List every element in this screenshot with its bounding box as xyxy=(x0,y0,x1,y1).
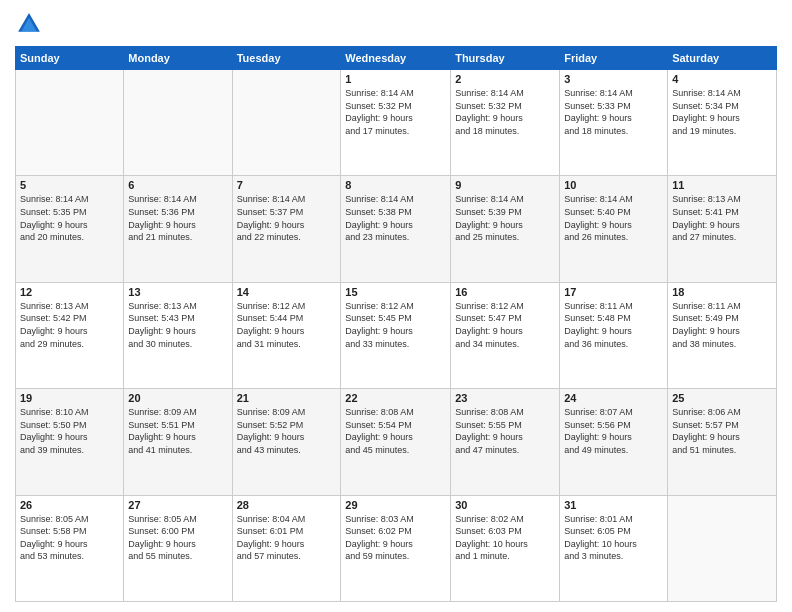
day-info: Sunrise: 8:14 AM Sunset: 5:39 PM Dayligh… xyxy=(455,193,555,243)
day-info: Sunrise: 8:14 AM Sunset: 5:34 PM Dayligh… xyxy=(672,87,772,137)
calendar-cell: 2Sunrise: 8:14 AM Sunset: 5:32 PM Daylig… xyxy=(451,70,560,176)
day-info: Sunrise: 8:05 AM Sunset: 6:00 PM Dayligh… xyxy=(128,513,227,563)
calendar-cell: 26Sunrise: 8:05 AM Sunset: 5:58 PM Dayli… xyxy=(16,495,124,601)
logo xyxy=(15,10,47,38)
day-number: 25 xyxy=(672,392,772,404)
week-row-2: 5Sunrise: 8:14 AM Sunset: 5:35 PM Daylig… xyxy=(16,176,777,282)
day-number: 17 xyxy=(564,286,663,298)
page: SundayMondayTuesdayWednesdayThursdayFrid… xyxy=(0,0,792,612)
day-info: Sunrise: 8:06 AM Sunset: 5:57 PM Dayligh… xyxy=(672,406,772,456)
week-row-5: 26Sunrise: 8:05 AM Sunset: 5:58 PM Dayli… xyxy=(16,495,777,601)
weekday-header-row: SundayMondayTuesdayWednesdayThursdayFrid… xyxy=(16,47,777,70)
day-number: 16 xyxy=(455,286,555,298)
day-number: 7 xyxy=(237,179,337,191)
weekday-header-saturday: Saturday xyxy=(668,47,777,70)
calendar-cell: 17Sunrise: 8:11 AM Sunset: 5:48 PM Dayli… xyxy=(560,282,668,388)
day-number: 20 xyxy=(128,392,227,404)
day-info: Sunrise: 8:11 AM Sunset: 5:48 PM Dayligh… xyxy=(564,300,663,350)
day-number: 6 xyxy=(128,179,227,191)
week-row-3: 12Sunrise: 8:13 AM Sunset: 5:42 PM Dayli… xyxy=(16,282,777,388)
calendar-cell: 15Sunrise: 8:12 AM Sunset: 5:45 PM Dayli… xyxy=(341,282,451,388)
day-number: 21 xyxy=(237,392,337,404)
calendar-cell: 16Sunrise: 8:12 AM Sunset: 5:47 PM Dayli… xyxy=(451,282,560,388)
calendar-cell: 22Sunrise: 8:08 AM Sunset: 5:54 PM Dayli… xyxy=(341,389,451,495)
calendar: SundayMondayTuesdayWednesdayThursdayFrid… xyxy=(15,46,777,602)
calendar-cell: 11Sunrise: 8:13 AM Sunset: 5:41 PM Dayli… xyxy=(668,176,777,282)
calendar-cell: 6Sunrise: 8:14 AM Sunset: 5:36 PM Daylig… xyxy=(124,176,232,282)
calendar-cell: 18Sunrise: 8:11 AM Sunset: 5:49 PM Dayli… xyxy=(668,282,777,388)
weekday-header-monday: Monday xyxy=(124,47,232,70)
calendar-cell: 24Sunrise: 8:07 AM Sunset: 5:56 PM Dayli… xyxy=(560,389,668,495)
weekday-header-sunday: Sunday xyxy=(16,47,124,70)
day-number: 8 xyxy=(345,179,446,191)
day-info: Sunrise: 8:14 AM Sunset: 5:35 PM Dayligh… xyxy=(20,193,119,243)
calendar-cell: 4Sunrise: 8:14 AM Sunset: 5:34 PM Daylig… xyxy=(668,70,777,176)
calendar-cell: 8Sunrise: 8:14 AM Sunset: 5:38 PM Daylig… xyxy=(341,176,451,282)
day-info: Sunrise: 8:14 AM Sunset: 5:32 PM Dayligh… xyxy=(345,87,446,137)
day-info: Sunrise: 8:07 AM Sunset: 5:56 PM Dayligh… xyxy=(564,406,663,456)
calendar-cell: 7Sunrise: 8:14 AM Sunset: 5:37 PM Daylig… xyxy=(232,176,341,282)
weekday-header-friday: Friday xyxy=(560,47,668,70)
day-number: 12 xyxy=(20,286,119,298)
day-info: Sunrise: 8:14 AM Sunset: 5:38 PM Dayligh… xyxy=(345,193,446,243)
calendar-cell: 13Sunrise: 8:13 AM Sunset: 5:43 PM Dayli… xyxy=(124,282,232,388)
day-number: 3 xyxy=(564,73,663,85)
day-number: 23 xyxy=(455,392,555,404)
calendar-cell: 21Sunrise: 8:09 AM Sunset: 5:52 PM Dayli… xyxy=(232,389,341,495)
day-info: Sunrise: 8:14 AM Sunset: 5:37 PM Dayligh… xyxy=(237,193,337,243)
calendar-cell: 19Sunrise: 8:10 AM Sunset: 5:50 PM Dayli… xyxy=(16,389,124,495)
day-number: 31 xyxy=(564,499,663,511)
day-number: 22 xyxy=(345,392,446,404)
day-number: 19 xyxy=(20,392,119,404)
calendar-cell: 29Sunrise: 8:03 AM Sunset: 6:02 PM Dayli… xyxy=(341,495,451,601)
calendar-cell: 14Sunrise: 8:12 AM Sunset: 5:44 PM Dayli… xyxy=(232,282,341,388)
day-number: 9 xyxy=(455,179,555,191)
day-number: 27 xyxy=(128,499,227,511)
day-number: 15 xyxy=(345,286,446,298)
day-info: Sunrise: 8:02 AM Sunset: 6:03 PM Dayligh… xyxy=(455,513,555,563)
calendar-cell: 9Sunrise: 8:14 AM Sunset: 5:39 PM Daylig… xyxy=(451,176,560,282)
day-info: Sunrise: 8:12 AM Sunset: 5:45 PM Dayligh… xyxy=(345,300,446,350)
day-info: Sunrise: 8:09 AM Sunset: 5:51 PM Dayligh… xyxy=(128,406,227,456)
calendar-cell xyxy=(124,70,232,176)
calendar-cell: 1Sunrise: 8:14 AM Sunset: 5:32 PM Daylig… xyxy=(341,70,451,176)
day-info: Sunrise: 8:14 AM Sunset: 5:40 PM Dayligh… xyxy=(564,193,663,243)
day-info: Sunrise: 8:08 AM Sunset: 5:55 PM Dayligh… xyxy=(455,406,555,456)
calendar-cell: 25Sunrise: 8:06 AM Sunset: 5:57 PM Dayli… xyxy=(668,389,777,495)
day-number: 28 xyxy=(237,499,337,511)
day-number: 2 xyxy=(455,73,555,85)
day-number: 29 xyxy=(345,499,446,511)
week-row-1: 1Sunrise: 8:14 AM Sunset: 5:32 PM Daylig… xyxy=(16,70,777,176)
day-info: Sunrise: 8:04 AM Sunset: 6:01 PM Dayligh… xyxy=(237,513,337,563)
day-number: 4 xyxy=(672,73,772,85)
day-info: Sunrise: 8:14 AM Sunset: 5:36 PM Dayligh… xyxy=(128,193,227,243)
calendar-cell: 23Sunrise: 8:08 AM Sunset: 5:55 PM Dayli… xyxy=(451,389,560,495)
day-info: Sunrise: 8:01 AM Sunset: 6:05 PM Dayligh… xyxy=(564,513,663,563)
calendar-cell: 3Sunrise: 8:14 AM Sunset: 5:33 PM Daylig… xyxy=(560,70,668,176)
calendar-cell xyxy=(668,495,777,601)
day-info: Sunrise: 8:12 AM Sunset: 5:47 PM Dayligh… xyxy=(455,300,555,350)
calendar-cell: 31Sunrise: 8:01 AM Sunset: 6:05 PM Dayli… xyxy=(560,495,668,601)
day-info: Sunrise: 8:14 AM Sunset: 5:33 PM Dayligh… xyxy=(564,87,663,137)
day-number: 30 xyxy=(455,499,555,511)
calendar-cell: 10Sunrise: 8:14 AM Sunset: 5:40 PM Dayli… xyxy=(560,176,668,282)
day-number: 26 xyxy=(20,499,119,511)
logo-icon xyxy=(15,10,43,38)
calendar-cell: 28Sunrise: 8:04 AM Sunset: 6:01 PM Dayli… xyxy=(232,495,341,601)
day-number: 24 xyxy=(564,392,663,404)
day-number: 1 xyxy=(345,73,446,85)
day-number: 5 xyxy=(20,179,119,191)
day-info: Sunrise: 8:14 AM Sunset: 5:32 PM Dayligh… xyxy=(455,87,555,137)
day-info: Sunrise: 8:12 AM Sunset: 5:44 PM Dayligh… xyxy=(237,300,337,350)
calendar-cell: 12Sunrise: 8:13 AM Sunset: 5:42 PM Dayli… xyxy=(16,282,124,388)
calendar-cell: 27Sunrise: 8:05 AM Sunset: 6:00 PM Dayli… xyxy=(124,495,232,601)
header xyxy=(15,10,777,38)
day-info: Sunrise: 8:11 AM Sunset: 5:49 PM Dayligh… xyxy=(672,300,772,350)
day-info: Sunrise: 8:13 AM Sunset: 5:41 PM Dayligh… xyxy=(672,193,772,243)
day-number: 10 xyxy=(564,179,663,191)
day-info: Sunrise: 8:05 AM Sunset: 5:58 PM Dayligh… xyxy=(20,513,119,563)
day-info: Sunrise: 8:13 AM Sunset: 5:43 PM Dayligh… xyxy=(128,300,227,350)
day-info: Sunrise: 8:10 AM Sunset: 5:50 PM Dayligh… xyxy=(20,406,119,456)
weekday-header-tuesday: Tuesday xyxy=(232,47,341,70)
week-row-4: 19Sunrise: 8:10 AM Sunset: 5:50 PM Dayli… xyxy=(16,389,777,495)
